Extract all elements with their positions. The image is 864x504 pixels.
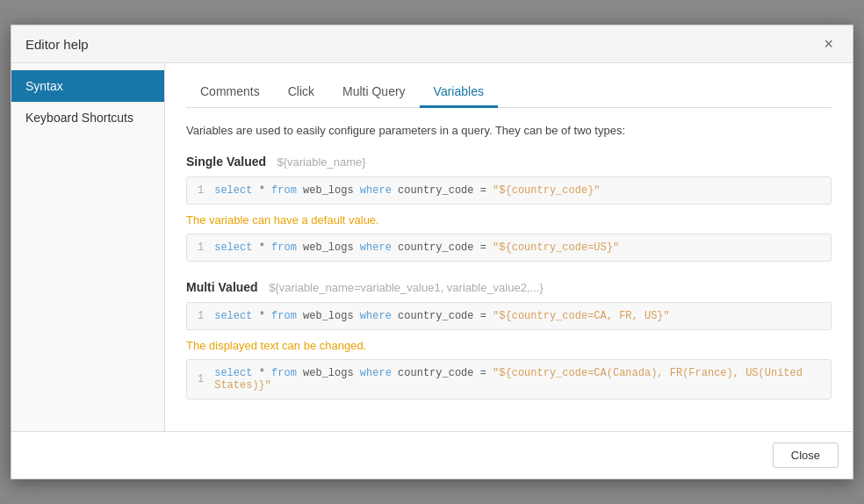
- line-number-4: 1: [198, 373, 204, 385]
- single-valued-title: Single Valued: [186, 155, 266, 169]
- tab-click[interactable]: Click: [274, 77, 328, 108]
- line-number-3: 1: [198, 310, 204, 322]
- sidebar-item-syntax[interactable]: Syntax: [11, 70, 164, 102]
- multi-valued-note: The displayed text can be changed.: [186, 339, 832, 352]
- content-description: Variables are used to easily configure p…: [186, 122, 832, 140]
- multi-valued-title: Multi Valued: [186, 280, 258, 294]
- dialog-title: Editor help: [25, 37, 89, 52]
- tab-multi-query[interactable]: Multi Query: [328, 77, 420, 108]
- tab-bar: Comments Click Multi Query Variables: [186, 77, 832, 108]
- editor-help-dialog: Editor help × Syntax Keyboard Shortcuts …: [11, 25, 853, 479]
- tab-variables[interactable]: Variables: [420, 77, 498, 108]
- line-number-1: 1: [198, 184, 204, 197]
- multi-valued-header: Multi Valued ${variable_name=variable_va…: [186, 279, 832, 295]
- sidebar: Syntax Keyboard Shortcuts: [11, 63, 165, 431]
- dialog-header: Editor help ×: [11, 25, 853, 63]
- multi-valued-hint: ${variable_name=variable_value1, variabl…: [269, 281, 544, 294]
- single-valued-section: Single Valued ${variable_name} 1 select …: [186, 154, 832, 262]
- line-number-2: 1: [198, 241, 204, 254]
- dialog-close-button[interactable]: ×: [818, 34, 839, 54]
- single-valued-code1: 1 select * from web_logs where country_c…: [186, 176, 832, 205]
- main-content: Comments Click Multi Query Variables Var…: [165, 63, 853, 431]
- single-valued-header: Single Valued ${variable_name}: [186, 154, 832, 169]
- dialog-body: Syntax Keyboard Shortcuts Comments Click…: [11, 63, 853, 431]
- multi-valued-code2: 1 select * from web_logs where country_c…: [186, 359, 832, 400]
- tab-comments[interactable]: Comments: [186, 77, 274, 108]
- multi-valued-code1: 1 select * from web_logs where country_c…: [186, 302, 832, 330]
- single-valued-code2: 1 select * from web_logs where country_c…: [186, 234, 832, 262]
- single-valued-note: The variable can have a default value.: [186, 213, 832, 227]
- dialog-footer: Close: [11, 431, 853, 479]
- multi-valued-section: Multi Valued ${variable_name=variable_va…: [186, 279, 832, 400]
- sidebar-item-keyboard-shortcuts[interactable]: Keyboard Shortcuts: [11, 102, 164, 133]
- close-button[interactable]: Close: [773, 443, 839, 468]
- single-valued-hint: ${variable_name}: [277, 155, 365, 169]
